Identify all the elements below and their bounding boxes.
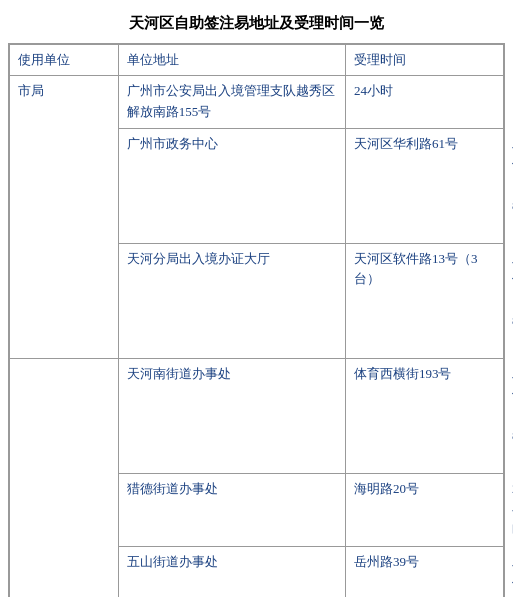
dept-cell-empty [10,358,119,597]
info-table: 使用单位 单位地址 受理时间 市局广州市公安局出入境管理支队越秀区解放南路155… [9,44,504,597]
addr-cell: 体育西横街193号 [345,358,503,473]
addr-cell: 岳州路39号 [345,546,503,597]
main-table-wrapper: 使用单位 单位地址 受理时间 市局广州市公安局出入境管理支队越秀区解放南路155… [8,43,505,597]
table-row: 天河南街道办事处体育西横街193号工作日8:30-17:30 [10,358,504,473]
unit-cell: 五山街道办事处 [118,546,345,597]
page-title: 天河区自助签注易地址及受理时间一览 [0,0,513,43]
addr-cell: 海明路20号 [345,473,503,546]
table-header-row: 使用单位 单位地址 受理时间 [10,45,504,76]
addr-cell: 广州市公安局出入境管理支队越秀区解放南路155号 [118,76,345,129]
unit-cell: 猎德街道办事处 [118,473,345,546]
header-time: 受理时间 [345,45,503,76]
unit-cell: 广州市政务中心 [118,128,345,243]
header-unit: 使用单位 [10,45,119,76]
unit-cell: 天河南街道办事处 [118,358,345,473]
unit-cell: 天河分局出入境办证大厅 [118,243,345,358]
addr-sub-cell: 天河区软件路13号（3台） [345,243,503,358]
table-row: 市局广州市公安局出入境管理支队越秀区解放南路155号24小时 [10,76,504,129]
time-cell: 24小时 [345,76,503,129]
header-addr: 单位地址 [118,45,345,76]
addr-sub-cell: 天河区华利路61号 [345,128,503,243]
dept-cell: 市局 [10,76,119,359]
